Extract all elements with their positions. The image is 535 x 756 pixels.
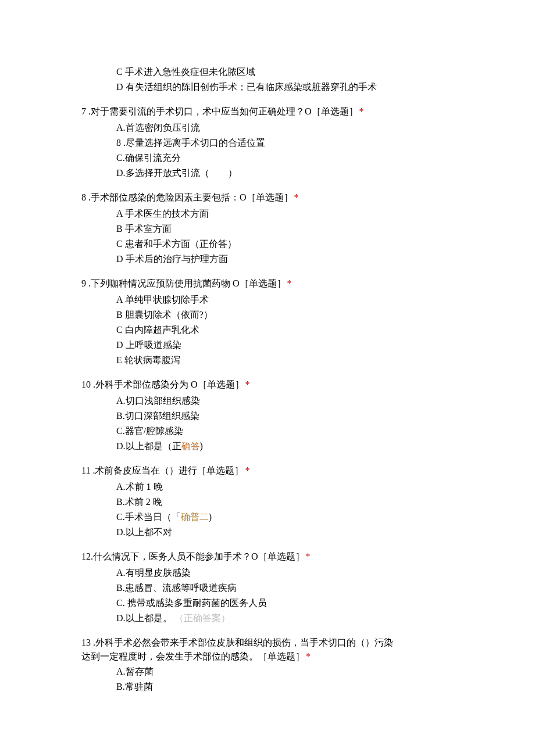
q6-option-c: C 手术进入急性炎症但未化脓区域 xyxy=(81,65,454,79)
q11-stem-text: 11 .术前备皮应当在（）进行［单选题］ xyxy=(81,465,244,475)
q13-stem-line1: 13 .外科手术必然会带来手术部位皮肤和组织的损伤，当手术切口的（）污染 xyxy=(81,636,454,650)
q11-option-b: B.术前 2 晚 xyxy=(81,495,454,509)
q7-stem: 7 .对于需要引流的手术切口，术中应当如何正确处理？O［单选题］* xyxy=(81,105,454,119)
q13-stem-line2-text: 达到一定程度时，会发生手术部位的感染。［单选题］ xyxy=(81,651,305,661)
q11-option-c: C.手术当日（「确普二) xyxy=(81,510,454,524)
q12-option-d-prefix: D.以上都是。 xyxy=(116,613,172,623)
q8-option-b: B 手术室方面 xyxy=(81,222,454,236)
q12-stem: 12.什么情况下，医务人员不能参加手术？O［单选题］* xyxy=(81,550,454,564)
q8-option-a: A 手术医生的技术方面 xyxy=(81,207,454,221)
asterisk-icon: * xyxy=(294,192,299,202)
q10-option-d-answer: 确答 xyxy=(181,441,200,451)
q13-option-a: A.暂存菌 xyxy=(81,665,454,679)
q8-stem: 8 .手术部位感染的危险因素主要包括：O［单选题］* xyxy=(81,191,454,205)
q12-option-d-answer: （正确答案） xyxy=(174,613,230,623)
q9-option-c: C 白内障超声乳化术 xyxy=(81,323,454,337)
q7-option-c: C.确保引流充分 xyxy=(81,151,454,165)
q10-stem: 10 .外科手术部位感染分为 O［单选题］* xyxy=(81,378,454,392)
q10-option-d: D.以上都是（正确答) xyxy=(81,439,454,453)
q8-option-d: D 手术后的治疗与护理方面 xyxy=(81,252,454,266)
q7-option-a: A.首选密闭负压引流 xyxy=(81,121,454,135)
asterisk-icon: * xyxy=(306,651,311,661)
q8-stem-text: 8 .手术部位感染的危险因素主要包括：O［单选题］ xyxy=(81,192,293,202)
q11-option-d: D.以上都不对 xyxy=(81,525,454,539)
q11-option-a: A.术前 1 晚 xyxy=(81,480,454,494)
q10-option-b: B.切口深部组织感染 xyxy=(81,409,454,423)
asterisk-icon: * xyxy=(306,551,311,561)
q6-option-d: D 有失活组织的陈旧创伤手术；已有临床感染或脏器穿孔的手术 xyxy=(81,80,454,94)
document-page: C 手术进入急性炎症但未化脓区域 D 有失活组织的陈旧创伤手术；已有临床感染或脏… xyxy=(0,0,535,756)
q9-stem-text: 9 .下列咖种情况应预防使用抗菌药物 O［单选题］ xyxy=(81,278,286,288)
q9-stem: 9 .下列咖种情况应预防使用抗菌药物 O［单选题］* xyxy=(81,277,454,291)
asterisk-icon: * xyxy=(245,379,250,389)
q10-stem-text: 10 .外科手术部位感染分为 O［单选题］ xyxy=(81,379,244,389)
q12-option-c: C. 携带或感染多重耐药菌的医务人员 xyxy=(81,596,454,610)
q11-option-c-prefix: C.手术当日（「 xyxy=(116,512,181,522)
q10-option-c: C.器官/腔隙感染 xyxy=(81,424,454,438)
q9-option-a: A 单纯甲状腺切除手术 xyxy=(81,293,454,307)
q11-option-c-suffix: ) xyxy=(209,512,212,522)
q9-option-e: E 轮状病毒腹泻 xyxy=(81,353,454,367)
asterisk-icon: * xyxy=(359,106,364,116)
q7-option-8: 8 .尽量选择远离手术切口的合适位置 xyxy=(81,136,454,150)
q9-option-d: D 上呼吸道感染 xyxy=(81,338,454,352)
q10-option-d-prefix: D.以上都是（正 xyxy=(116,441,181,451)
q11-stem: 11 .术前备皮应当在（）进行［单选题］* xyxy=(81,464,454,478)
q13-stem-line2: 达到一定程度时，会发生手术部位的感染。［单选题］* xyxy=(81,650,454,664)
q12-option-d: D.以上都是。 （正确答案） xyxy=(81,611,454,625)
q10-option-d-suffix: ) xyxy=(200,441,203,451)
q7-stem-text: 7 .对于需要引流的手术切口，术中应当如何正确处理？O［单选题］ xyxy=(81,106,358,116)
q7-option-d: D.多选择开放式引流（ ） xyxy=(81,166,454,180)
q8-option-c: C 患者和手术方面（正价答） xyxy=(81,237,454,251)
q13-block: 13 .外科手术必然会带来手术部位皮肤和组织的损伤，当手术切口的（）污染 达到一… xyxy=(81,636,454,664)
q13-option-b: B.常驻菌 xyxy=(81,680,454,694)
q12-option-a: A.有明显皮肤感染 xyxy=(81,566,454,580)
q10-option-a: A.切口浅部组织感染 xyxy=(81,394,454,408)
q12-option-b: B.患感冒、流感等呼吸道疾病 xyxy=(81,581,454,595)
q11-option-c-answer: 确普二 xyxy=(181,512,209,522)
asterisk-icon: * xyxy=(287,278,292,288)
q9-option-b: B 胆囊切除术（依而?） xyxy=(81,308,454,322)
q12-stem-text: 12.什么情况下，医务人员不能参加手术？O［单选题］ xyxy=(81,551,305,561)
asterisk-icon: * xyxy=(245,465,249,475)
